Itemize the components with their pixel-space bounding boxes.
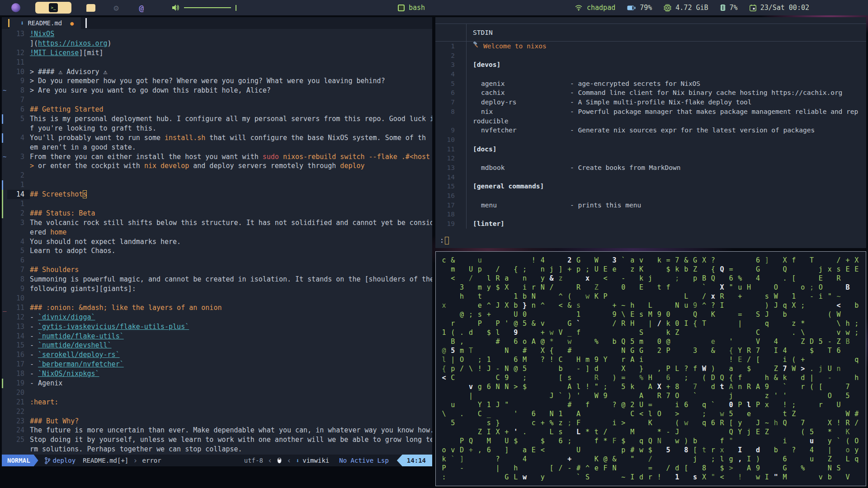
editor-row[interactable]: 24The future is more uncertain than ever… bbox=[2, 426, 432, 435]
mode-indicator: NORMAL bbox=[2, 455, 38, 466]
pager-line-number: 7 bbox=[435, 98, 467, 107]
pager-row: 17menu- prints this menu bbox=[435, 201, 866, 210]
editor-row[interactable]: 11 bbox=[2, 58, 432, 67]
code-line: From there you can either install the ho… bbox=[30, 152, 432, 162]
line-number bbox=[7, 445, 30, 454]
markdown-link[interactable]: !NixOS bbox=[30, 30, 54, 38]
pager-row: 11[docs] bbox=[435, 145, 866, 154]
editor-row[interactable]: 6## Getting Started bbox=[2, 105, 432, 114]
editor-row[interactable]: 6 bbox=[2, 256, 432, 265]
editor-row[interactable]: f you're looking to graft this. bbox=[2, 124, 432, 133]
markdown-link[interactable]: `serokell/deploy-rs` bbox=[38, 351, 120, 359]
workspace-terminal-active[interactable]: >_ bbox=[35, 2, 71, 14]
editor-row[interactable]: 2### Status: Beta bbox=[2, 209, 432, 218]
system-metrics: chadpad 79% 4.72 GiB 7% bbox=[575, 0, 809, 15]
editor-row[interactable]: 10 bbox=[2, 294, 432, 303]
code-line: - `berberman/nvfetcher` bbox=[30, 360, 432, 369]
statusline-right: utf-8 ‹ ‹ ⬇ vimwiki No Active Lsp 14:14 bbox=[244, 455, 432, 466]
editor-row[interactable]: ered home bbox=[2, 228, 432, 237]
welcome-text: Welcome to nixos bbox=[483, 42, 547, 51]
editor-row[interactable]: 13!NixOS bbox=[2, 29, 432, 39]
pager-line-number: 13 bbox=[435, 163, 467, 173]
workspace-at[interactable]: @ bbox=[136, 2, 147, 14]
volume-control[interactable] bbox=[172, 4, 236, 11]
editor-row[interactable]: 1 bbox=[2, 199, 432, 209]
editor-row[interactable]: 7 bbox=[2, 95, 432, 105]
editor-row[interactable]: 22 bbox=[2, 407, 432, 417]
matrix-row: B, # 6oA@* w % bQ5m 0@ e ' V 4 ZD5-ZB bbox=[439, 337, 866, 346]
gutter-sign bbox=[2, 237, 7, 247]
editor-row[interactable]: 1 bbox=[2, 180, 432, 190]
editor-row[interactable]: 5Learn to adopt Chaos. bbox=[2, 246, 432, 256]
markdown-link[interactable]: `numtide/flake-utils` bbox=[38, 332, 124, 340]
gutter-sign bbox=[2, 265, 7, 275]
markdown-link[interactable]: `berberman/nvfetcher` bbox=[38, 360, 124, 368]
gutter-sign bbox=[2, 105, 7, 114]
markdown-link[interactable]: `gytis-ivaskevicius/flake-utils-plus` bbox=[38, 323, 189, 331]
editor-row[interactable]: 25Stop doing it by yourself, unless we l… bbox=[2, 435, 432, 445]
line-number: 10 bbox=[7, 294, 30, 303]
editor-row[interactable]: 9> Do you remember how you got here? Whe… bbox=[2, 76, 432, 86]
code-line: ### Status: Beta bbox=[30, 209, 432, 218]
line-number: 3 bbox=[7, 218, 30, 228]
package-description: - age-encrypted secrets for NixOS bbox=[570, 79, 866, 89]
code-line: ## Shoulders bbox=[30, 265, 432, 275]
editor-row[interactable]: 2 bbox=[2, 171, 432, 180]
editor-row[interactable]: 7## Shoulders bbox=[2, 265, 432, 275]
volume-slider[interactable] bbox=[184, 7, 231, 8]
editor-row[interactable]: 14## Screetshots bbox=[2, 190, 432, 199]
code-line: Learn to adopt Chaos. bbox=[30, 246, 432, 256]
package-name: mdbook bbox=[473, 163, 570, 173]
editor-row[interactable]: 3The volcanic rock still shifts below th… bbox=[2, 218, 432, 228]
matrix-row: P - | h [/-#^eFN = /d[ 8 $> A9 G % NS bbox=[439, 464, 866, 473]
editor-row[interactable]: 21:heart: bbox=[2, 398, 432, 407]
code-line: - `serokell/deploy-rs` bbox=[30, 350, 432, 360]
tab-readme[interactable]: ⬇ README.md ● bbox=[9, 17, 81, 29]
markdown-link[interactable]: https://nixos.org bbox=[38, 39, 108, 47]
editor-row[interactable]: 8Summoning is powerful magic, and cannot… bbox=[2, 275, 432, 284]
gutter-sign bbox=[2, 48, 7, 58]
markdown-link[interactable]: `divnix/digga` bbox=[38, 313, 95, 321]
editor-row[interactable]: 15- `numtide/devshell` bbox=[2, 341, 432, 350]
editor-row[interactable]: _11### :onion: &mdash; like the layers o… bbox=[2, 303, 432, 313]
editor-row[interactable]: ~8> Are you sure you want to go down thi… bbox=[2, 86, 432, 95]
editor-row[interactable]: rm solutions. Perhaps together we can st… bbox=[2, 445, 432, 454]
gutter-sign bbox=[2, 39, 7, 48]
editor-row[interactable]: 4You'll probably want to run some instal… bbox=[2, 133, 432, 143]
line-number: 12 bbox=[7, 48, 30, 58]
pager-prompt[interactable]: : bbox=[440, 236, 449, 244]
editor-row[interactable]: 10> #### ⚠ Advisory ⚠ bbox=[2, 67, 432, 77]
matrix-rain-window[interactable]: c& u !4 2G W 3`av k=7&GX? 6] Xf T /+X m … bbox=[435, 251, 866, 486]
line-number: 18 bbox=[7, 369, 30, 379]
editor-row[interactable]: 18- `NixOS/nixpkgs` bbox=[2, 369, 432, 379]
editor-row[interactable]: 14- `numtide/flake-utils` bbox=[2, 332, 432, 341]
editor-row[interactable]: 16- `serokell/deploy-rs` bbox=[2, 350, 432, 360]
editor-row[interactable]: 13- `gytis-ivaskevicius/flake-utils-plus… bbox=[2, 322, 432, 332]
markdown-link[interactable]: `numtide/devshell` bbox=[38, 341, 112, 349]
editor-row[interactable]: 19- Agenix bbox=[2, 379, 432, 388]
workspace-firefox[interactable] bbox=[10, 2, 22, 14]
editor-row[interactable]: 23### But Why? bbox=[2, 417, 432, 426]
editor-row[interactable]: 12- `divnix/digga` bbox=[2, 313, 432, 322]
workspace-settings[interactable]: ⚙ bbox=[110, 2, 122, 14]
editor-row[interactable]: 5This is my personal deployment hub. I c… bbox=[2, 114, 432, 124]
editor-row[interactable]: em aren't in a good state. bbox=[2, 143, 432, 152]
editor-row[interactable]: 4You should not expect landmarks here. bbox=[2, 237, 432, 247]
gutter-sign bbox=[2, 124, 7, 133]
editor-row[interactable]: 17- `berberman/nvfetcher` bbox=[2, 360, 432, 369]
editor-row[interactable]: 9following giants][giants]: bbox=[2, 284, 432, 294]
markdown-link[interactable]: `NixOS/nixpkgs` bbox=[38, 370, 99, 378]
editor-row[interactable]: ](https://nixos.org) bbox=[2, 39, 432, 48]
editor-row[interactable]: ~3From there you can either install the … bbox=[2, 152, 432, 162]
workspace-chat[interactable] bbox=[85, 2, 97, 14]
markdown-link[interactable]: !MIT License bbox=[30, 49, 79, 57]
gutter-sign-bar-green bbox=[2, 379, 7, 388]
editor-row[interactable]: 20 bbox=[2, 388, 432, 398]
editor-row[interactable]: > or enter the cockpit with nix develop … bbox=[2, 161, 432, 171]
code-line: The future is more uncertain than ever. … bbox=[30, 426, 432, 435]
package-name: deploy-rs bbox=[473, 98, 570, 107]
editor-row[interactable]: 12!MIT License][mit] bbox=[2, 48, 432, 58]
code-line: You'll probably want to run some install… bbox=[30, 133, 432, 143]
volume-slider-handle[interactable] bbox=[236, 5, 236, 11]
line-number: 17 bbox=[7, 360, 30, 369]
